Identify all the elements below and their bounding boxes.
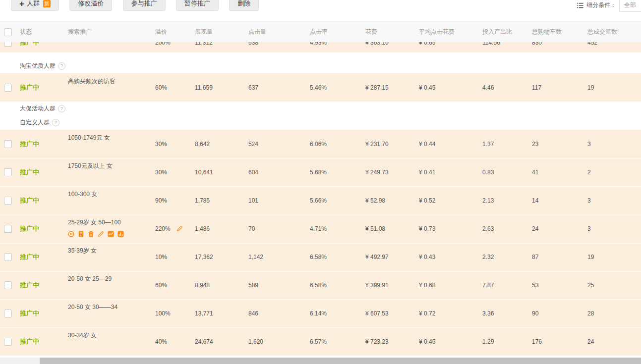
cell-impressions-value: 13,771 [195, 310, 213, 317]
section-row: 淘宝优质人群? [0, 52, 641, 73]
cell-ctr: 5.66% [310, 186, 365, 214]
edit-icon[interactable] [98, 231, 104, 237]
cell-clicks: 1,620 [248, 327, 310, 356]
cell-orders: 19 [587, 73, 641, 102]
cell-roi-value: 2.63 [482, 225, 494, 232]
add-crowd-button[interactable]: + 人群 新 [11, 0, 59, 11]
cell-impressions-value: 11,312 [195, 42, 213, 46]
cell-impressions-value: 10,641 [195, 169, 213, 176]
cell-roi-value: 1.37 [482, 141, 494, 148]
cell-ctr: 5.68% [310, 158, 365, 186]
row-checkbox[interactable] [4, 338, 12, 346]
cell-premium-value: 100% [155, 310, 171, 317]
cell-ctr-value: 5.46% [310, 84, 327, 91]
cell-roi: 3.36 [482, 299, 532, 327]
row-checkbox[interactable] [4, 168, 12, 176]
cell-ctr-value: 6.58% [310, 282, 327, 289]
horizontal-scrollbar-track[interactable] [0, 358, 641, 364]
cell-avg-cost-value: ¥ 0.44 [419, 141, 435, 148]
row-checkbox[interactable] [4, 310, 12, 317]
cell-name: 20-50 女 25—29 [68, 271, 155, 299]
table-row: 推广中高购买频次的访客60%11,6596375.46%¥ 287.15¥ 0.… [0, 73, 641, 102]
edit-premium-icon[interactable] [176, 225, 183, 232]
cell-cost: ¥ 51.08 [365, 214, 419, 243]
row-checkbox[interactable] [4, 84, 12, 92]
cell-cost-value: ¥ 51.08 [365, 225, 385, 232]
crowd-name: 35-39岁 女 [68, 247, 155, 254]
pause-promotion-button[interactable]: 暂停推广 [176, 0, 219, 11]
cell-cost-value: ¥ 723.23 [365, 338, 389, 345]
join-promotion-button[interactable]: 参与推广 [123, 0, 166, 11]
help-icon[interactable]: ? [58, 105, 65, 112]
crowd-name: 30-34岁 女 [68, 332, 155, 339]
cell-cost: ¥ 52.98 [365, 186, 419, 214]
add-crowd-label: 人群 [27, 0, 40, 8]
cell-ctr-value: 6.14% [310, 310, 327, 317]
cell-ctr: 4.71% [310, 214, 365, 243]
toolbar: + 人群 新 修改溢价 参与推广 暂停推广 删除 细分条件： 全部 [0, 0, 641, 21]
cell-premium-value: 220% [155, 225, 171, 232]
section-row: 自定义人群? [0, 115, 641, 130]
cell-impressions: 1,785 [195, 186, 248, 214]
cell-carts: 53 [532, 271, 587, 299]
cell-ctr: 4.93% [310, 42, 365, 52]
delete-button[interactable]: 删除 [229, 0, 259, 11]
select-all-checkbox[interactable] [4, 28, 12, 36]
cell-carts-value: 24 [532, 225, 538, 232]
row-checkbox[interactable] [4, 225, 12, 233]
table-row: 推广中1050-1749元 女30%8,6425246.06%¥ 231.70¥… [0, 130, 641, 158]
row-checkbox[interactable] [4, 253, 12, 261]
cell-premium: 30% [155, 158, 195, 186]
cell-premium: 60% [155, 73, 195, 102]
row-checkbox[interactable] [4, 140, 12, 148]
cell-roi: 7.87 [482, 271, 532, 299]
cell-clicks-value: 637 [248, 84, 258, 91]
delete-icon[interactable] [88, 231, 94, 237]
cell-cost: ¥ 492.97 [365, 243, 419, 271]
help-icon[interactable]: ? [52, 119, 59, 126]
cell-status: 推广中 [20, 42, 68, 52]
cell-cost: ¥ 231.70 [365, 130, 419, 158]
cell-status: 推广中 [20, 327, 68, 356]
status-badge: 推广中 [20, 309, 39, 318]
cell-name: 35-39岁 女 [68, 243, 155, 271]
status-badge: 推广中 [20, 224, 39, 233]
modify-premium-button[interactable]: 修改溢价 [69, 0, 112, 11]
plus-icon: + [19, 0, 24, 8]
cell-carts-value: 41 [532, 169, 538, 176]
cell-orders-value: 3 [587, 141, 591, 148]
horizontal-scrollbar-thumb[interactable] [40, 358, 641, 364]
crowd-name: 高购买频次的访客 [68, 78, 155, 85]
cell-orders: 19 [587, 243, 641, 271]
cell-avg-cost: ¥ 0.45 [419, 327, 482, 356]
report-icon[interactable] [108, 231, 114, 237]
cell-impressions-value: 11,659 [195, 84, 213, 91]
cell-premium: 10% [155, 243, 195, 271]
cell-checkbox [0, 214, 20, 243]
help-icon[interactable]: ? [58, 62, 65, 70]
section-label: 自定义人群 [20, 118, 50, 127]
cell-checkbox [0, 42, 20, 52]
cell-ctr: 6.58% [310, 271, 365, 299]
status-badge: 推广中 [20, 196, 39, 205]
cell-orders-value: 28 [587, 310, 594, 317]
cell-name: 100-300 女 [68, 186, 155, 214]
row-checkbox[interactable] [4, 197, 12, 205]
log-icon[interactable] [78, 231, 84, 237]
cell-impressions: 17,362 [195, 243, 248, 271]
cell-roi: 0.83 [482, 158, 532, 186]
cell-carts: 23 [532, 130, 587, 158]
cell-premium-value: 60% [155, 282, 167, 289]
segment-filter-select[interactable]: 全部 [619, 0, 641, 12]
row-checkbox[interactable] [4, 281, 12, 289]
cell-carts-value: 176 [532, 338, 542, 345]
row-checkbox[interactable] [4, 42, 12, 47]
header-ctr: 点击率 [310, 28, 365, 36]
status-badge: 推广中 [20, 42, 39, 47]
row-actions [68, 231, 155, 237]
cell-cost: ¥ 363.10 [365, 42, 419, 52]
pause-icon[interactable] [68, 231, 74, 237]
traffic-icon[interactable] [117, 231, 124, 237]
cell-ctr-value: 4.71% [310, 225, 327, 232]
cell-impressions-value: 8,642 [195, 141, 210, 148]
